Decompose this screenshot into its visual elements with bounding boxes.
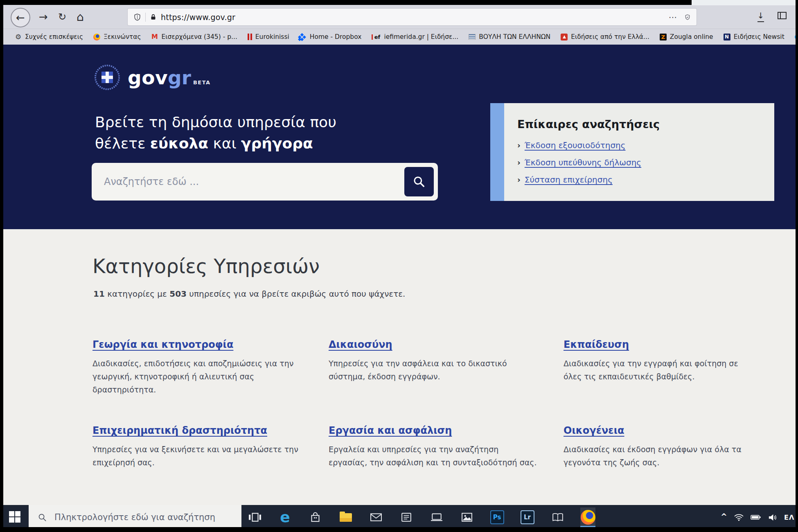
bookmark-shield-icon[interactable] — [684, 14, 691, 21]
category-card: Οικογένεια Διαδικασίες και έκδοση εγγράφ… — [564, 425, 776, 511]
category-description: Διαδικασίες, επιδοτήσεις και αποζημιώσει… — [92, 357, 299, 396]
trending-link-row: › Έκδοση εξουσιοδότησης — [517, 140, 766, 158]
device-icon[interactable] — [429, 507, 444, 527]
logo-gr-text: gr — [168, 66, 191, 89]
home-icon: ⌂ — [77, 10, 84, 24]
mail-icon[interactable] — [368, 507, 383, 527]
gmail-icon: M — [151, 34, 158, 41]
category-link[interactable]: Οικογένεια — [564, 425, 624, 436]
iefimerida-icon: ef — [372, 34, 381, 41]
task-view-icon[interactable] — [247, 507, 262, 527]
refresh-icon: ↻ — [58, 11, 66, 23]
category-description: Υπηρεσίες για να ξεκινήσετε και να μεγαλ… — [92, 443, 299, 469]
bookmark-item[interactable]: ΒΟΥΛΗ ΤΩΝ ΕΛΛΗΝΩΝ — [469, 33, 550, 41]
taskbar-search-icon — [38, 513, 47, 522]
trending-link-row: › Έκδοση υπεύθυνης δήλωσης — [517, 158, 766, 175]
category-card: Εκπαίδευση Διαδικασίες για την εγγραφή κ… — [564, 339, 776, 425]
search-icon — [413, 175, 426, 188]
edge-icon[interactable]: e — [277, 507, 293, 527]
category-card: Επιχειρηματική δραστηριότητα Υπηρεσίες γ… — [92, 425, 329, 511]
store-icon[interactable] — [308, 507, 323, 527]
category-description: Διαδικασίες και έκδοση εγγράφων για όλα … — [564, 443, 756, 469]
bookmark-item[interactable]: Eurokinissi — [248, 33, 289, 41]
windows-taskbar: e Ps Lr ^ — [3, 505, 796, 530]
photos-icon[interactable] — [459, 507, 474, 527]
chevron-right-icon: › — [517, 158, 521, 167]
dropbox-icon — [300, 34, 307, 41]
back-button[interactable]: ← — [11, 8, 30, 27]
categories-subtitle: 11 κατηγορίες με 503 υπηρεσίες για να βρ… — [93, 289, 405, 299]
bookmark-item[interactable]: Home - Dropbox — [300, 33, 362, 41]
library-icon[interactable] — [550, 507, 565, 527]
tracking-shield-icon[interactable] — [133, 13, 141, 22]
bookmarks-bar: ⚙ Συχνές επισκέψεις Ξεκινώντας M Εισερχό… — [3, 29, 796, 45]
hero-heading: Βρείτε τη δημόσια υπηρεσία που θέλετε εύ… — [95, 112, 336, 154]
categories-section: Κατηγορίες Υπηρεσιών 11 κατηγορίες με 50… — [3, 229, 796, 505]
toolbar-right-icons: ↓ — [756, 11, 787, 20]
category-card: Δικαιοσύνη Υπηρεσίες για την ασφάλεια κα… — [329, 339, 564, 425]
language-indicator[interactable]: ΕΛ — [784, 514, 795, 521]
sidebar-icon[interactable] — [778, 12, 787, 19]
search-button[interactable] — [404, 167, 434, 196]
photoshop-icon[interactable]: Ps — [489, 507, 505, 527]
taskbar-search-box[interactable] — [29, 505, 241, 530]
trending-link-row: › Σύσταση επιχείρησης — [517, 175, 766, 192]
govgr-logo[interactable]: govgrBETA — [94, 64, 211, 90]
hero-section: govgrBETA Βρείτε τη δημόσια υπηρεσία που… — [3, 45, 796, 229]
url-bar[interactable]: https://www.gov.gr ⋯ — [128, 9, 697, 25]
bookmark-item[interactable] — [795, 34, 796, 40]
trending-searches-panel: Επίκαιρες αναζητήσεις › Έκδοση εξουσιοδό… — [490, 103, 774, 201]
bookmark-item[interactable]: Ν Ειδήσεις Newsit — [724, 33, 784, 41]
category-link[interactable]: Δικαιοσύνη — [329, 339, 392, 350]
eurokinissi-icon — [248, 34, 252, 40]
parliament-icon — [469, 34, 476, 40]
bookmark-item[interactable]: M Εισερχόμενα (345) - p... — [151, 33, 237, 41]
forward-button[interactable]: → — [34, 8, 52, 26]
refresh-button[interactable]: ↻ — [53, 8, 71, 26]
trending-link[interactable]: Έκδοση εξουσιοδότησης — [525, 140, 626, 150]
zougla-icon: Z — [660, 34, 667, 41]
bezel — [3, 527, 796, 530]
speaker-icon[interactable] — [768, 514, 777, 521]
logo-beta-badge: BETA — [193, 79, 211, 86]
url-text[interactable]: https://www.gov.gr — [161, 13, 669, 22]
category-link[interactable]: Εργασία και ασφάλιση — [329, 425, 452, 436]
trending-link[interactable]: Σύσταση επιχείρησης — [525, 175, 613, 185]
firefox-icon — [93, 34, 100, 41]
home-button[interactable]: ⌂ — [71, 8, 89, 26]
battery-icon[interactable] — [751, 514, 761, 520]
newsit-icon: Ν — [724, 34, 730, 41]
category-link[interactable]: Επιχειρηματική δραστηριότητα — [92, 425, 267, 436]
bookmark-item[interactable]: Z Zougla online — [660, 33, 713, 41]
category-link[interactable]: Εκπαίδευση — [564, 339, 629, 350]
categories-title: Κατηγορίες Υπηρεσιών — [92, 255, 320, 277]
hidden-icons-caret[interactable]: ^ — [721, 512, 727, 521]
service-search-input[interactable] — [92, 163, 438, 201]
bookmark-item[interactable]: Ξεκινώντας — [93, 33, 141, 41]
logo-gov-text: gov — [128, 66, 168, 89]
trending-link[interactable]: Έκδοση υπεύθυνης δήλωσης — [525, 158, 641, 167]
chevron-right-icon: › — [517, 141, 521, 150]
lightroom-icon[interactable]: Lr — [520, 507, 535, 527]
firefox-icon[interactable] — [580, 507, 595, 527]
page-actions-icon[interactable]: ⋯ — [669, 12, 678, 22]
trending-title: Επίκαιρες αναζητήσεις — [517, 118, 766, 131]
taskbar-search-input[interactable] — [54, 512, 231, 523]
downloads-icon[interactable]: ↓ — [756, 11, 765, 20]
service-search-box — [92, 163, 438, 201]
bookmark-item[interactable]: ⚙ Συχνές επισκέψεις — [15, 33, 83, 41]
category-link[interactable]: Γεωργία και κτηνοτροφία — [92, 339, 233, 350]
greek-emblem-icon — [94, 64, 120, 90]
bookmark-item[interactable]: Ειδήσεις από την Ελλά... — [561, 33, 649, 41]
category-description: Υπηρεσίες για την ασφάλεια και το δικαστ… — [329, 357, 539, 383]
file-explorer-icon[interactable] — [338, 507, 353, 527]
wifi-icon[interactable] — [734, 514, 744, 521]
browser-chrome: ← → ↻ ⌂ https://www.gov.gr ⋯ ↓ — [3, 5, 796, 45]
onenote-icon[interactable] — [399, 507, 414, 527]
bookmark-item[interactable]: ef iefimerida.gr | Ειδήσε... — [372, 33, 458, 41]
page-viewport: govgrBETA Βρείτε τη δημόσια υπηρεσία που… — [3, 45, 796, 505]
windows-logo-icon — [9, 511, 14, 516]
start-button[interactable] — [9, 511, 21, 523]
browser-toolbar: ← → ↻ ⌂ https://www.gov.gr ⋯ ↓ — [3, 5, 796, 29]
category-card: Εργασία και ασφάλιση Εργαλεία και υπηρεσ… — [329, 425, 564, 511]
